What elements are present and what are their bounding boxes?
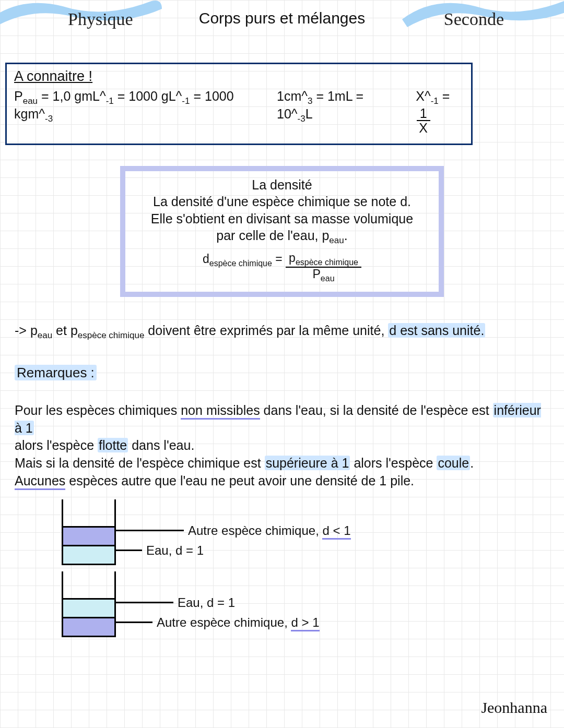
- rho-water-equation: Peau = 1,0 gmL^-1 = 1000 gL^-1 = 1000 kg…: [14, 89, 253, 124]
- beaker-2-top-label: Eau, d = 1: [116, 595, 235, 610]
- beaker-1-vessel: [62, 508, 116, 565]
- density-formula: despèce chimique = pespèce chimique Peau: [135, 252, 429, 283]
- beaker-2-bottom-label: Autre espèce chimique, d > 1: [116, 615, 320, 630]
- callout-line-2: Elle s'obtient en divisant sa masse volu…: [135, 210, 429, 228]
- density-callout: La densité La densité d'une espèce chimi…: [120, 166, 444, 297]
- remarks-heading: Remarques :: [15, 365, 549, 381]
- beaker-1-top-layer: [63, 526, 114, 545]
- beaker-2: Eau, d = 1 Autre espèce chimique, d > 1: [62, 580, 549, 637]
- beaker-1-bottom-label: Eau, d = 1: [116, 543, 204, 558]
- page-header: Physique Corps purs et mélanges Seconde: [0, 0, 564, 50]
- know-box-title: A connaitre !: [14, 68, 464, 85]
- beaker-diagrams: Autre espèce chimique, d < 1 Eau, d = 1 …: [15, 508, 549, 637]
- highlight-no-unit: d est sans unité.: [388, 323, 485, 338]
- unit-note: -> peau et pespèce chimique doivent être…: [15, 322, 549, 342]
- beaker-2-top-layer: [63, 598, 114, 617]
- beaker-1-top-label: Autre espèce chimique, d < 1: [116, 523, 351, 538]
- callout-line-3: par celle de l'eau, peau.: [135, 227, 429, 246]
- level-label: Seconde: [444, 9, 504, 29]
- remarks-body: Pour les espèces chimiques non missibles…: [15, 402, 549, 490]
- beaker-1-bottom-layer: [63, 545, 114, 564]
- beaker-2-vessel: [62, 580, 116, 637]
- volume-equation: 1cm^3 = 1mL = 10^-3L: [277, 89, 392, 124]
- callout-line-1: La densité d'une espèce chimique se note…: [135, 193, 429, 210]
- beaker-1: Autre espèce chimique, d < 1 Eau, d = 1: [62, 508, 549, 565]
- know-box-content: Peau = 1,0 gmL^-1 = 1000 gL^-1 = 1000 kg…: [14, 89, 464, 135]
- beaker-2-bottom-layer: [63, 617, 114, 636]
- author-signature: Jeonhanna: [481, 699, 547, 717]
- callout-title: La densité: [135, 176, 429, 194]
- know-box: A connaitre ! Peau = 1,0 gmL^-1 = 1000 g…: [5, 63, 473, 145]
- inverse-equation: X^-1 = 1 X: [416, 89, 464, 135]
